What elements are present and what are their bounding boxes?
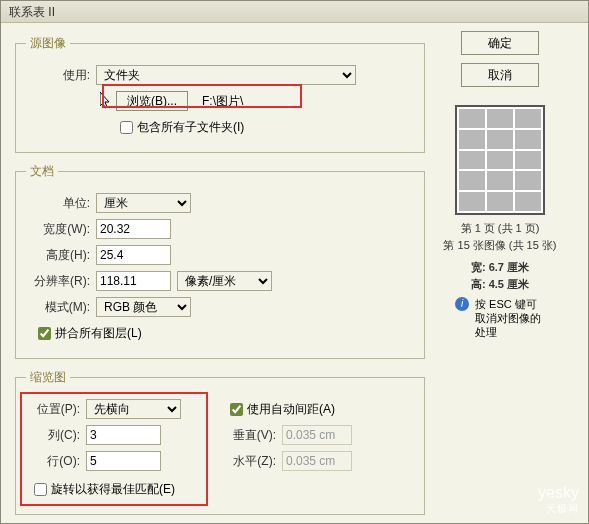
flatten-label: 拼合所有图层(L) (55, 325, 142, 342)
cancel-button[interactable]: 取消 (461, 63, 539, 87)
horizontal-input (282, 451, 352, 471)
rows-label: 行(O): (26, 453, 86, 470)
vertical-input (282, 425, 352, 445)
resolution-unit-select[interactable]: 像素/厘米 (177, 271, 272, 291)
group-source: 源图像 使用: 文件夹 浏览(B)... F:\图片\ 包含所有子文件夹(I) (15, 35, 425, 153)
preview-dim-w: 宽: 6.7 厘米 (471, 261, 529, 273)
group-source-legend: 源图像 (26, 35, 70, 52)
layout-preview (455, 105, 545, 215)
horizontal-label: 水平(Z): (226, 453, 282, 470)
source-path: F:\图片\ (202, 93, 243, 110)
cols-label: 列(C): (26, 427, 86, 444)
unit-select[interactable]: 厘米 (96, 193, 191, 213)
use-label: 使用: (26, 67, 96, 84)
group-thumbnail-legend: 缩览图 (26, 369, 70, 386)
rows-input[interactable] (86, 451, 161, 471)
ok-button[interactable]: 确定 (461, 31, 539, 55)
group-document: 文档 单位: 厘米 宽度(W): 高度(H): 分辨率(R): 像素/厘米 (15, 163, 425, 359)
include-subfolders-checkbox[interactable] (120, 121, 133, 134)
use-select[interactable]: 文件夹 (96, 65, 356, 85)
preview-page-info: 第 1 页 (共 1 页) (435, 221, 565, 236)
mode-select[interactable]: RGB 颜色 (96, 297, 191, 317)
preview-dim-h: 高: 4.5 厘米 (471, 278, 529, 290)
width-input[interactable] (96, 219, 171, 239)
rotate-checkbox[interactable] (34, 483, 47, 496)
flatten-checkbox[interactable] (38, 327, 51, 340)
watermark: yesky 天极网 (538, 484, 579, 516)
preview-image-info: 第 15 张图像 (共 15 张) (435, 238, 565, 253)
window-title: 联系表 II (1, 1, 588, 23)
vertical-label: 垂直(V): (226, 427, 282, 444)
resolution-label: 分辨率(R): (26, 273, 96, 290)
rotate-label: 旋转以获得最佳匹配(E) (51, 481, 175, 498)
height-label: 高度(H): (26, 247, 96, 264)
auto-spacing-label: 使用自动间距(A) (247, 401, 335, 418)
auto-spacing-checkbox[interactable] (230, 403, 243, 416)
position-label: 位置(P): (26, 401, 86, 418)
group-thumbnail: 缩览图 位置(P): 先横向 列(C): 行(O): (15, 369, 425, 515)
unit-label: 单位: (26, 195, 96, 212)
mode-label: 模式(M): (26, 299, 96, 316)
include-subfolders-label: 包含所有子文件夹(I) (137, 119, 244, 136)
esc-hint: 按 ESC 键可取消对图像的处理 (475, 297, 545, 340)
info-icon: i (455, 297, 469, 311)
position-select[interactable]: 先横向 (86, 399, 181, 419)
browse-button[interactable]: 浏览(B)... (116, 91, 188, 111)
cursor-icon (100, 92, 112, 110)
resolution-input[interactable] (96, 271, 171, 291)
group-document-legend: 文档 (26, 163, 58, 180)
width-label: 宽度(W): (26, 221, 96, 238)
cols-input[interactable] (86, 425, 161, 445)
height-input[interactable] (96, 245, 171, 265)
